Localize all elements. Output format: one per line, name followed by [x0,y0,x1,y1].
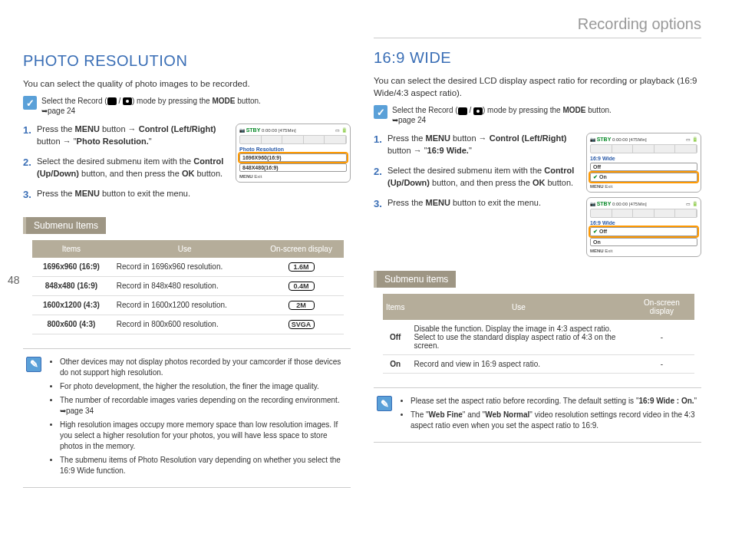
table-row: 848x480 (16:9)Record in 848x480 resoluti… [32,276,344,295]
step-2: Select the desired submenu item with the… [374,165,579,189]
lcd-screenshot: 📷 STBY 0:00:00 [475Min]▭ 🔋 16:9 Wide Off… [586,133,701,193]
left-column: PHOTO RESOLUTION You can select the qual… [23,15,351,545]
step-1: Press the MENU button → Control (Left/Ri… [23,124,228,148]
th-items: Items [383,294,407,320]
resolution-badge-icon: 1.6M [289,262,315,272]
section-title-photo-resolution: PHOTO RESOLUTION [23,52,351,70]
step-2: Select the desired submenu item with the… [23,156,228,180]
notes-box: ✎ Other devices may not display photos r… [23,348,351,488]
th-items: Items [32,240,110,258]
step-1: Press the MENU button → Control (Left/Ri… [374,133,579,157]
camcorder-icon [458,107,467,115]
lead-text: You can select the quality of photo imag… [23,77,351,90]
note-icon: ✎ [26,357,41,372]
resolution-badge-icon: 2M [289,301,315,310]
table-row: OnRecord and view in 16:9 aspect ratio.- [383,355,694,374]
options-table: Items Use On-screen display OffDisable t… [383,294,694,374]
step-3: Press the MENU button to exit the menu. [374,197,579,209]
lcd-screenshot: 📷 STBY 0:00:00 [475Min]▭ 🔋 16:9 Wide ✔Of… [586,197,701,257]
resolution-badge-icon: 0.4M [289,282,315,291]
submenu-label: Submenu Items [23,217,106,234]
page-number: 48 [8,274,20,286]
page-header: Recording options [374,15,701,38]
notes-list: Other devices may not display photos rec… [48,357,348,479]
right-column: Recording options 16:9 WIDE You can sele… [374,15,701,545]
camera-icon [473,107,483,115]
camera-icon [123,97,132,105]
camcorder-icon [107,97,117,105]
section-title-169-wide: 16:9 WIDE [374,49,701,67]
table-row: OffDisable the function. Display the ima… [383,320,694,355]
options-table: Items Use On-screen display 1696x960 (16… [32,240,344,334]
steps-list: Press the MENU button → Control (Left/Ri… [374,133,579,209]
note-icon: ✎ [377,396,392,411]
note-item: The number of recordable images varies d… [60,395,348,417]
lcd-screenshot: 📷 STBY 0:00:00 [475Min]▭ 🔋 Photo Resolut… [236,124,351,183]
note-item: Other devices may not display photos rec… [60,357,348,378]
table-row: 800x600 (4:3)Record in 800x600 resolutio… [32,315,344,334]
check-icon: ✓ [23,96,37,110]
lead-text: You can select the desired LCD display a… [374,74,701,99]
th-osd: On-screen display [629,294,694,320]
mode-note: ✓ Select the Record ( / ) mode by pressi… [23,96,351,116]
mode-note-text: Select the Record ( / ) mode by pressing… [41,96,261,116]
resolution-badge-icon: SVGA [289,320,315,329]
table-row: 1696x960 (16:9)Record in 1696x960 resolu… [32,258,344,277]
note-item: The submenu items of Photo Resolution va… [60,455,348,476]
th-use: Use [110,240,259,258]
note-item: For photo development, the higher the re… [60,381,348,392]
note-item: High resolution images occupy more memor… [60,420,348,452]
step-3: Press the MENU button to exit the menu. [23,188,228,200]
table-row: 1600x1200 (4:3)Record in 1600x1200 resol… [32,295,344,315]
steps-list: Press the MENU button → Control (Left/Ri… [23,124,228,200]
submenu-label: Submenu items [374,271,456,288]
mode-note: ✓ Select the Record ( / ) mode by pressi… [374,105,701,125]
note-item: The "Web Fine" and "Web Normal" video re… [411,410,698,431]
th-osd: On-screen display [259,240,344,258]
note-item: Please set the aspect ratio before recor… [411,396,698,407]
th-use: Use [407,294,629,320]
check-icon: ✓ [374,105,387,119]
mode-note-text: Select the Record ( / ) mode by pressing… [392,105,612,125]
page-content: PHOTO RESOLUTION You can select the qual… [0,0,732,560]
notes-box: ✎ Please set the aspect ratio before rec… [374,387,701,443]
notes-list: Please set the aspect ratio before recor… [398,396,698,434]
